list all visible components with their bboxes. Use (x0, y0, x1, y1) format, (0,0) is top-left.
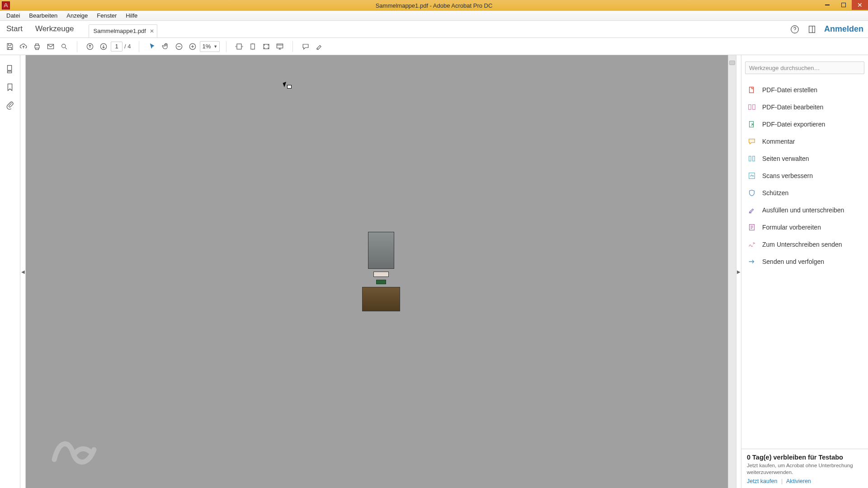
highlight-icon[interactable] (313, 40, 326, 53)
page-4[interactable] (362, 287, 400, 311)
comment-icon[interactable] (299, 40, 312, 53)
svg-rect-21 (750, 87, 754, 93)
enhance-icon (748, 172, 756, 180)
fill-sign-icon (748, 206, 756, 214)
comment-icon (748, 137, 756, 145)
tab-start[interactable]: Start (0, 21, 29, 38)
svg-rect-15 (251, 44, 255, 49)
svg-rect-19 (8, 66, 12, 70)
svg-line-6 (65, 47, 67, 49)
tool-item-protect[interactable]: Schützen (741, 184, 868, 202)
selection-tool-icon[interactable] (146, 40, 158, 53)
svg-rect-1 (809, 26, 815, 33)
tool-item-create-pdf[interactable]: PDF-Datei erstellen (741, 81, 868, 99)
menu-file[interactable]: Datei (2, 11, 24, 20)
sign-in-link[interactable]: Anmelden (824, 24, 863, 34)
tool-item-label: Zum Unterschreiben senden (762, 241, 842, 248)
watermark-icon (49, 429, 99, 470)
organize-icon (748, 155, 756, 163)
tool-item-form[interactable]: Formular vorbereiten (741, 219, 868, 236)
zoom-in-icon[interactable] (186, 40, 199, 53)
menu-help[interactable]: Hilfe (121, 11, 142, 20)
page-number-input[interactable] (111, 42, 123, 52)
bookmarks-icon[interactable] (5, 82, 15, 92)
zoom-out-icon[interactable] (173, 40, 185, 53)
menu-edit[interactable]: Bearbeiten (24, 11, 62, 20)
menu-view[interactable]: Anzeige (62, 11, 92, 20)
tool-item-fill-sign[interactable]: Ausfüllen und unterschreiben (741, 202, 868, 219)
vertical-scrollbar[interactable] (728, 55, 736, 488)
fit-width-icon[interactable] (233, 40, 245, 53)
trial-buy-link[interactable]: Jetzt kaufen (747, 478, 777, 484)
tool-item-label: Ausfüllen und unterschreiben (762, 206, 844, 214)
tool-item-export-pdf[interactable]: PDF-Datei exportieren (741, 116, 868, 133)
fit-page-icon[interactable] (246, 40, 259, 53)
trial-banner: 0 Tag(e) verbleiben für Testabo Jetzt ka… (741, 449, 868, 488)
tool-item-label: Formular vorbereiten (762, 224, 821, 231)
print-icon[interactable] (31, 40, 43, 53)
title-bar: Sammelmappe1.pdf - Adobe Acrobat Pro DC … (0, 0, 868, 11)
maximize-button[interactable] (835, 0, 852, 10)
tool-item-comment[interactable]: Kommentar (741, 133, 868, 150)
trial-title: 0 Tag(e) verbleiben für Testabo (747, 454, 863, 461)
left-panel-expand-handle[interactable]: ◀ (20, 55, 26, 488)
help-icon[interactable] (790, 24, 800, 34)
cursor-icon (283, 82, 292, 90)
svg-rect-26 (753, 156, 755, 161)
tool-item-label: PDF-Datei exportieren (762, 121, 825, 128)
fit-visible-icon[interactable] (260, 40, 273, 53)
tool-item-label: Senden und verfolgen (762, 258, 824, 265)
page-thumbnails-icon[interactable] (5, 64, 15, 74)
svg-rect-3 (35, 45, 39, 48)
tool-item-label: PDF-Datei erstellen (762, 86, 817, 94)
tool-item-organize[interactable]: Seiten verwalten (741, 150, 868, 167)
page-1[interactable] (368, 232, 394, 269)
minimize-button[interactable] (819, 0, 835, 10)
tab-document-label: Sammelmappe1.pdf (94, 28, 146, 34)
page-3[interactable] (376, 280, 386, 284)
right-panel-collapse-handle[interactable]: ▶ (736, 55, 741, 488)
edit-pdf-icon (748, 103, 756, 111)
svg-rect-4 (47, 44, 53, 49)
send-track-icon (748, 258, 756, 266)
export-pdf-icon (748, 120, 756, 128)
close-button[interactable]: ✕ (852, 0, 868, 10)
form-icon (748, 223, 756, 231)
tab-document[interactable]: Sammelmappe1.pdf ✕ (89, 24, 157, 38)
read-mode-icon[interactable] (274, 40, 286, 53)
scrollbar-thumb[interactable] (729, 61, 735, 65)
tool-item-enhance[interactable]: Scans verbessern (741, 167, 868, 184)
document-canvas[interactable] (26, 55, 736, 488)
zoom-select[interactable]: 1% ▼ (200, 41, 220, 52)
page-2[interactable] (373, 272, 389, 277)
send-sign-icon (748, 240, 756, 249)
window-title: Sammelmappe1.pdf - Adobe Acrobat Pro DC (376, 2, 493, 9)
tool-item-send-track[interactable]: Senden und verfolgen (741, 253, 868, 270)
tab-close-icon[interactable]: ✕ (150, 28, 154, 34)
tool-item-send-sign[interactable]: Zum Unterschreiben senden (741, 236, 868, 253)
tool-item-label: Scans verbessern (762, 172, 813, 179)
search-icon[interactable] (58, 40, 71, 53)
tab-tools[interactable]: Werkzeuge (29, 21, 80, 38)
save-icon[interactable] (4, 40, 16, 53)
trial-subtext: Jetzt kaufen, um Acrobat ohne Unterbrech… (747, 462, 863, 475)
attachments-icon[interactable] (5, 100, 15, 110)
menu-bar: Datei Bearbeiten Anzeige Fenster Hilfe (0, 11, 868, 21)
next-page-icon[interactable] (97, 40, 110, 53)
tools-search-input[interactable]: Werkzeuge durchsuchen… (745, 61, 864, 74)
tool-item-label: Schützen (762, 189, 788, 197)
cloud-upload-icon[interactable] (17, 40, 30, 53)
window-controls: ✕ (819, 0, 868, 10)
page-total-label: / 4 (123, 43, 132, 50)
tool-item-edit-pdf[interactable]: PDF-Datei bearbeiten (741, 99, 868, 116)
prev-page-icon[interactable] (84, 40, 96, 53)
svg-rect-20 (8, 71, 12, 73)
tools-list: PDF-Datei erstellenPDF-Datei bearbeitenP… (741, 79, 868, 273)
task-pane-toggle-icon[interactable] (807, 24, 817, 34)
menu-window[interactable]: Fenster (92, 11, 121, 20)
email-icon[interactable] (44, 40, 57, 53)
svg-rect-25 (749, 156, 751, 161)
trial-activate-link[interactable]: Aktivieren (786, 478, 811, 484)
hand-tool-icon[interactable] (159, 40, 172, 53)
tool-item-label: Kommentar (762, 138, 795, 145)
